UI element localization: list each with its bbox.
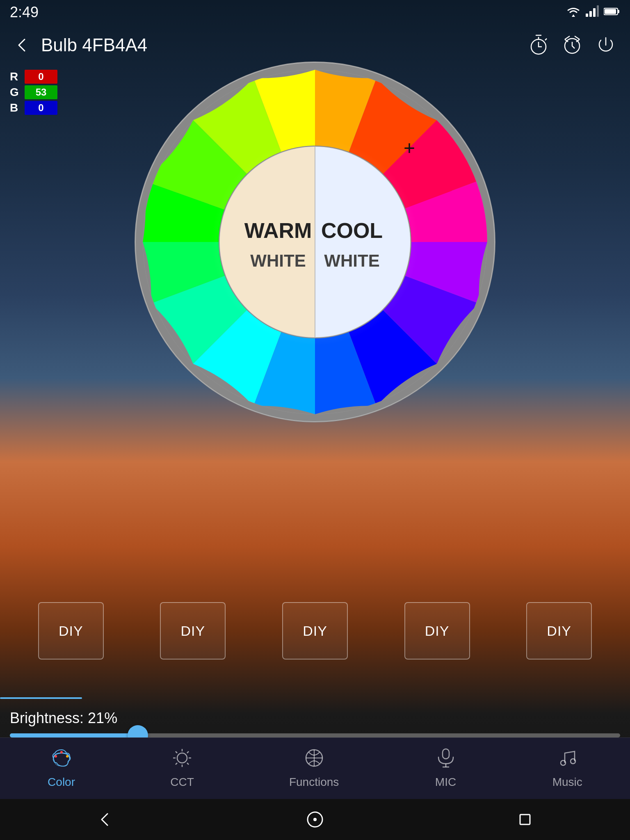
- color-nav-label: Color: [48, 776, 75, 789]
- rgb-red-row: R 0: [10, 70, 57, 84]
- svg-point-22: [177, 753, 187, 763]
- svg-rect-5: [605, 9, 616, 14]
- rgb-display: R 0 G 53 B 0: [10, 70, 57, 115]
- b-label: B: [10, 101, 22, 114]
- color-wheel[interactable]: WARM WHITE COOL WHITE +: [130, 57, 500, 427]
- color-nav-icon: [50, 748, 73, 772]
- svg-rect-1: [589, 11, 592, 17]
- g-value: 53: [36, 87, 47, 98]
- r-value: 0: [38, 71, 43, 82]
- svg-text:WARM: WARM: [244, 219, 312, 242]
- active-nav-indicator: [0, 697, 82, 699]
- back-button[interactable]: [10, 33, 34, 57]
- cct-nav-label: CCT: [170, 776, 194, 789]
- status-time: 2:49: [10, 4, 39, 21]
- diy-button-4[interactable]: DIY: [404, 602, 470, 660]
- svg-rect-2: [593, 8, 596, 17]
- sys-home-button[interactable]: [299, 803, 331, 836]
- battery-icon: [604, 6, 620, 19]
- music-nav-label: Music: [552, 776, 582, 789]
- music-nav-icon: [556, 748, 579, 772]
- timer-button[interactable]: [524, 31, 553, 59]
- system-nav-bar: [0, 799, 630, 840]
- svg-text:WHITE: WHITE: [250, 251, 306, 270]
- svg-point-20: [66, 755, 68, 758]
- wifi-icon: [566, 5, 581, 20]
- mic-nav-icon: [434, 748, 457, 772]
- g-label: G: [10, 86, 22, 99]
- svg-rect-41: [520, 815, 530, 824]
- diy-buttons-row: DIY DIY DIY DIY DIY: [0, 602, 630, 660]
- g-value-box: 53: [25, 85, 57, 99]
- r-value-box: 0: [25, 70, 57, 84]
- svg-point-40: [313, 818, 317, 821]
- cct-nav-icon: [171, 748, 194, 772]
- functions-nav-label: Functions: [289, 776, 339, 789]
- alarm-button[interactable]: [558, 31, 587, 59]
- bottom-nav: Color CCT: [0, 737, 630, 799]
- nav-item-functions[interactable]: Functions: [281, 744, 347, 793]
- svg-line-27: [176, 751, 177, 753]
- svg-text:COOL: COOL: [321, 219, 383, 242]
- svg-point-21: [55, 755, 57, 758]
- power-button[interactable]: [591, 31, 620, 59]
- color-picker-cursor[interactable]: +: [399, 137, 420, 158]
- svg-rect-6: [618, 10, 619, 13]
- diy-button-1[interactable]: DIY: [38, 602, 104, 660]
- status-bar: 2:49: [0, 0, 630, 25]
- diy-button-2[interactable]: DIY: [160, 602, 226, 660]
- nav-item-cct[interactable]: CCT: [162, 744, 202, 793]
- brightness-section: Brightness: 21%: [10, 710, 620, 737]
- color-wheel-svg[interactable]: WARM WHITE COOL WHITE: [130, 57, 500, 427]
- svg-line-29: [187, 751, 189, 753]
- brightness-label: Brightness: 21%: [10, 710, 620, 727]
- svg-text:WHITE: WHITE: [324, 251, 379, 270]
- sys-back-button[interactable]: [89, 803, 121, 836]
- brightness-slider-fill: [10, 733, 138, 737]
- svg-rect-3: [597, 5, 599, 17]
- diy-button-5[interactable]: DIY: [526, 602, 592, 660]
- signal-icon: [586, 5, 599, 20]
- mic-nav-label: MIC: [435, 776, 456, 789]
- functions-nav-icon: [303, 748, 326, 772]
- b-value: 0: [38, 102, 43, 114]
- header-actions: [524, 31, 620, 59]
- svg-rect-34: [443, 749, 449, 759]
- nav-item-mic[interactable]: MIC: [426, 744, 466, 793]
- rgb-green-row: G 53: [10, 85, 57, 99]
- nav-item-music[interactable]: Music: [544, 744, 591, 793]
- svg-rect-0: [586, 14, 588, 17]
- brightness-slider-track[interactable]: [10, 733, 620, 737]
- svg-line-30: [176, 763, 177, 765]
- r-label: R: [10, 70, 22, 83]
- sys-recent-button[interactable]: [509, 803, 541, 836]
- svg-line-28: [187, 763, 189, 765]
- b-value-box: 0: [25, 101, 57, 115]
- status-icons: [566, 5, 620, 20]
- page-title: Bulb 4FB4A4: [41, 35, 524, 55]
- svg-point-19: [60, 751, 63, 753]
- app-bar: Bulb 4FB4A4: [0, 25, 630, 66]
- nav-item-color[interactable]: Color: [39, 744, 83, 793]
- rgb-blue-row: B 0: [10, 101, 57, 115]
- diy-button-3[interactable]: DIY: [282, 602, 348, 660]
